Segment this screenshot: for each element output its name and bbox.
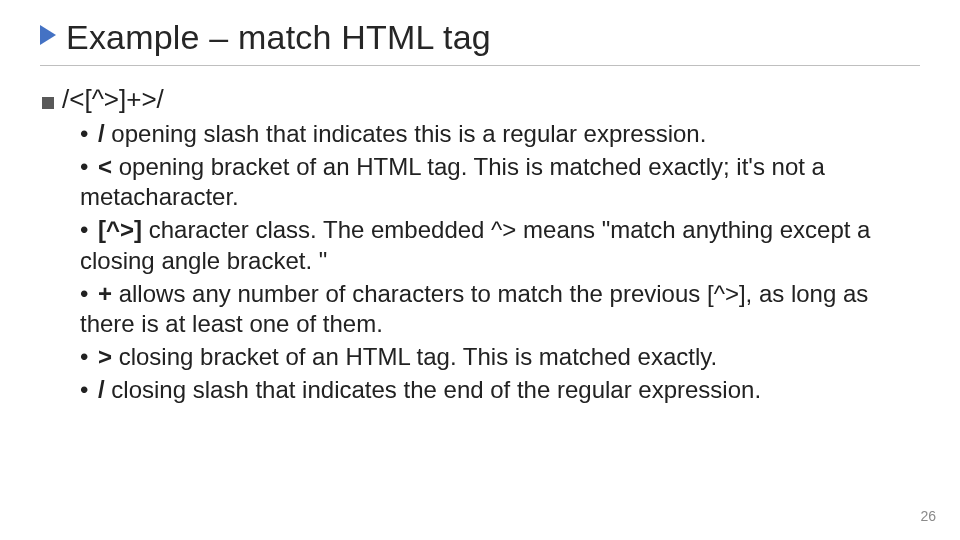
slide-body: /<[^>]+>/ •/ opening slash that indicate… — [40, 84, 920, 405]
symbol: < — [98, 152, 112, 183]
bullet-icon: • — [80, 215, 98, 246]
symbol: [^>] — [98, 215, 142, 246]
desc: character class. The embedded ^> means "… — [80, 216, 870, 274]
explanation-list: •/ opening slash that indicates this is … — [42, 119, 920, 405]
list-item: •/ opening slash that indicates this is … — [80, 119, 920, 150]
desc: opening slash that indicates this is a r… — [105, 120, 707, 147]
arrow-right-icon — [40, 25, 56, 45]
bullet-icon: • — [80, 152, 98, 183]
desc: opening bracket of an HTML tag. This is … — [80, 153, 825, 211]
symbol: / — [98, 375, 105, 406]
desc: allows any number of characters to match… — [80, 280, 868, 338]
bullet-icon: • — [80, 342, 98, 373]
square-bullet-icon — [42, 97, 54, 109]
desc: closing bracket of an HTML tag. This is … — [112, 343, 717, 370]
list-item: •/ closing slash that indicates the end … — [80, 375, 920, 406]
list-item: •+ allows any number of characters to ma… — [80, 279, 920, 340]
page-number: 26 — [920, 508, 936, 524]
list-item: •< opening bracket of an HTML tag. This … — [80, 152, 920, 213]
title-row: Example – match HTML tag — [40, 18, 920, 57]
slide-title: Example – match HTML tag — [66, 18, 491, 57]
bullet-icon: • — [80, 375, 98, 406]
bullet-icon: • — [80, 119, 98, 150]
symbol: / — [98, 119, 105, 150]
regex-text: /<[^>]+>/ — [62, 84, 164, 115]
desc: closing slash that indicates the end of … — [105, 376, 761, 403]
symbol: > — [98, 342, 112, 373]
regex-line: /<[^>]+>/ — [42, 84, 920, 115]
list-item: •> closing bracket of an HTML tag. This … — [80, 342, 920, 373]
symbol: + — [98, 279, 112, 310]
bullet-icon: • — [80, 279, 98, 310]
slide: Example – match HTML tag /<[^>]+>/ •/ op… — [0, 0, 960, 540]
list-item: •[^>] character class. The embedded ^> m… — [80, 215, 920, 276]
title-divider — [40, 65, 920, 66]
